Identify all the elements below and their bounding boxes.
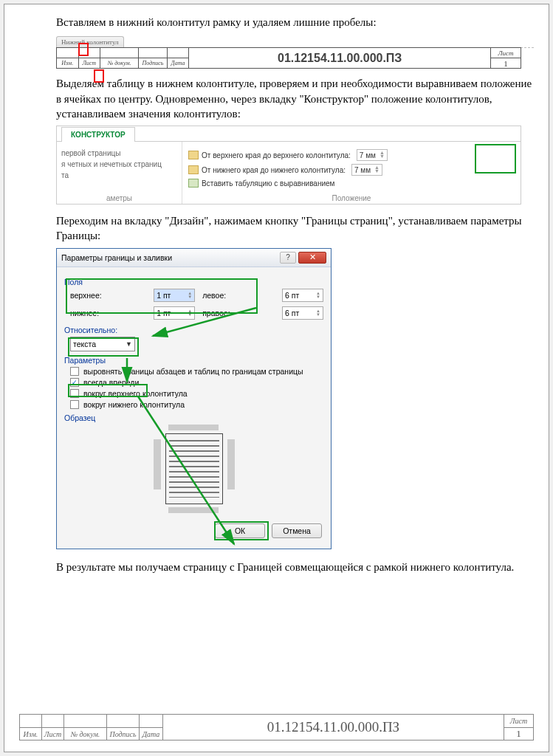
dialog-title: Параметры границы и заливки — [61, 253, 172, 262]
ribbon-constructor-tab[interactable]: КОНСТРУКТОР — [61, 127, 135, 142]
preview-group-label: Образец — [64, 413, 323, 422]
paragraph-3: Переходим на вкладку "Дизайн", нажимаем … — [56, 213, 534, 244]
footer-frame-table: 01.12154.11.00.000.ПЗ Лист Изм. Лист № д… — [56, 47, 521, 69]
cancel-button[interactable]: Отмена — [272, 523, 322, 538]
header-margin-icon — [188, 151, 199, 159]
highlight-margin-values — [475, 144, 516, 173]
params-group-label: Параметры — [64, 356, 323, 365]
dialog-help-button[interactable]: ? — [280, 252, 296, 264]
paragraph-2: Выделяем таблицу в нижнем колонтитуле, п… — [56, 76, 534, 121]
align-borders-checkbox[interactable] — [70, 367, 79, 376]
footer-sheet-label: Лист — [491, 48, 521, 58]
border-preview — [154, 425, 235, 513]
highlight-marker-1 — [78, 43, 89, 56]
around-footer-checkbox[interactable] — [70, 400, 79, 409]
highlight-ok-button — [214, 521, 269, 540]
ribbon-position-group: От верхнего края до верхнего колонтитула… — [182, 142, 521, 204]
right-margin-input[interactable]: 6 пт▲▼ — [282, 306, 323, 320]
highlight-fields — [66, 278, 258, 314]
highlight-marker-2 — [94, 69, 104, 83]
stamp-sheet-label: Лист — [504, 715, 534, 728]
footer-sheet-num: 1 — [491, 58, 521, 69]
footer-margin-icon — [188, 165, 199, 174]
page-footer-stamp: 01.12154.11.00.000.ПЗ Лист Изм. Лист № д… — [19, 714, 534, 740]
header-margin-input[interactable]: 7 мм▲▼ — [357, 149, 388, 161]
paragraph-1: Вставляем в нижний колонтитул рамку и уд… — [56, 15, 534, 30]
ribbon-left-group: первой страницы я четных и нечетных стра… — [57, 142, 182, 204]
stamp-doc-code: 01.12154.11.00.000.ПЗ — [163, 715, 504, 740]
footer-doc-code: 01.12154.11.00.000.ПЗ — [189, 48, 491, 69]
paragraph-4: В результате мы получаем страницу с Гран… — [56, 560, 534, 574]
footer-margin-input[interactable]: 7 мм▲▼ — [351, 164, 382, 176]
highlight-always-front — [68, 384, 148, 397]
ribbon-screenshot: КОНСТРУКТОР первой страницы я четных и н… — [56, 126, 521, 205]
document-page: Вставляем в нижний колонтитул рамку и уд… — [4, 4, 549, 752]
insert-tab-icon — [188, 179, 199, 188]
stamp-sheet-num: 1 — [504, 728, 534, 740]
border-fill-options-dialog: Параметры границы и заливки ? ✕ Поля вер… — [56, 248, 332, 549]
left-margin-input[interactable]: 6 пт▲▼ — [282, 289, 323, 302]
footer-tab-label: Нижний колонтитул — [56, 36, 124, 47]
highlight-relative-select — [68, 337, 139, 357]
dialog-close-button[interactable]: ✕ — [298, 252, 326, 264]
footer-frame-screenshot: Нижний колонтитул 01.12154.11.00.000.ПЗ … — [56, 35, 534, 69]
relative-group-label: Относительно: — [64, 326, 323, 334]
